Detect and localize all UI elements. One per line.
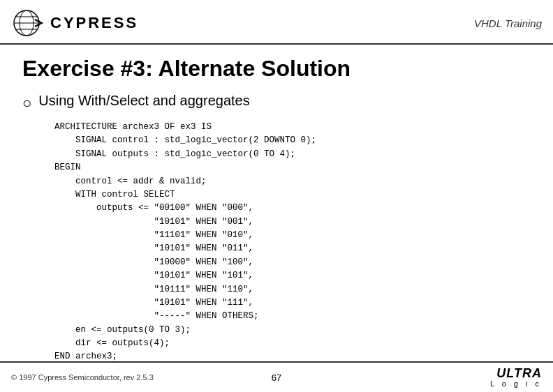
code-block: ARCHITECTURE archex3 OF ex3 IS SIGNAL co… — [54, 121, 531, 364]
footer-copyright: © 1997 Cypress Semiconductor, rev 2.5.3 — [11, 373, 154, 382]
logo-text: CYPRESS — [50, 14, 138, 32]
bullet-text: Using With/Select and aggregates — [38, 93, 249, 109]
slide-title: Exercise #3: Alternate Solution — [22, 56, 531, 82]
bullet-icon: ○ — [22, 94, 31, 112]
ultra-text: ULTRA — [496, 367, 542, 379]
footer-page-number: 67 — [272, 372, 281, 383]
footer: © 1997 Cypress Semiconductor, rev 2.5.3 … — [0, 361, 553, 392]
cypress-logo-icon — [11, 6, 46, 40]
header: CYPRESS VHDL Training — [0, 0, 553, 45]
ultra-logic-logo: ULTRA L o g i c — [490, 367, 542, 388]
logic-text: L o g i c — [490, 379, 542, 388]
main-content: Exercise #3: Alternate Solution ○ Using … — [0, 45, 553, 371]
logo-area: CYPRESS — [11, 6, 138, 40]
header-title: VHDL Training — [474, 17, 542, 29]
bullet-item: ○ Using With/Select and aggregates — [22, 93, 531, 112]
